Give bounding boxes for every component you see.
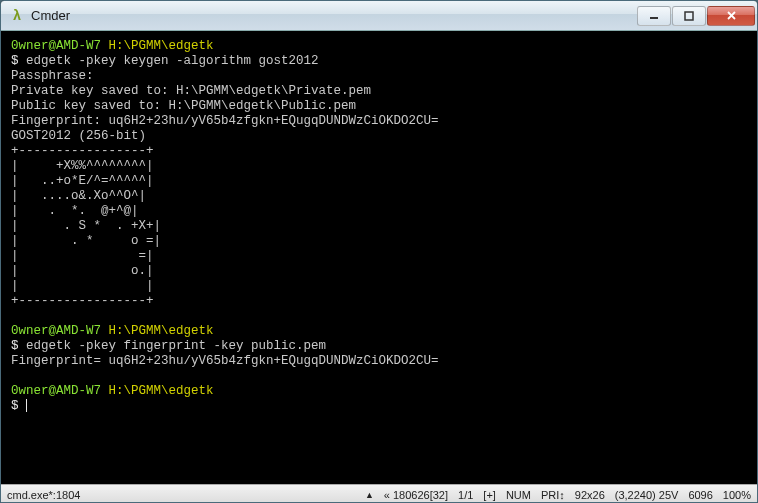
minimize-button[interactable] <box>637 6 671 26</box>
prompt-symbol: $ <box>11 54 26 68</box>
ascii-art-line: | =| <box>11 249 154 263</box>
app-window: λ Cmder 0wner@AMD-W7 H:\PGMM\edgetk $ ed… <box>0 0 758 503</box>
output-line: GOST2012 (256-bit) <box>11 129 146 143</box>
ascii-art-line: +-----------------+ <box>11 144 154 158</box>
prompt-path: H:\PGMM\edgetk <box>109 324 214 338</box>
status-segment: [+] <box>483 489 496 501</box>
prompt-user: 0wner@AMD-W7 <box>11 384 101 398</box>
prompt-user: 0wner@AMD-W7 <box>11 324 101 338</box>
command-line: edgetk -pkey fingerprint -key public.pem <box>26 339 326 353</box>
status-bar: cmd.exe*:1804 ▲ « 180626[32] 1/1 [+] NUM… <box>1 484 757 503</box>
status-segment: 100% <box>723 489 751 501</box>
output-line: Fingerprint= uq6H2+23hu/yV65b4zfgkn+EQug… <box>11 354 439 368</box>
output-line: Fingerprint: uq6H2+23hu/yV65b4zfgkn+EQug… <box>11 114 439 128</box>
text-cursor <box>26 399 27 412</box>
status-segment: (3,2240) 25V <box>615 489 679 501</box>
window-controls <box>636 6 755 26</box>
status-segment: « 180626[32] <box>384 489 448 501</box>
output-line: Private key saved to: H:\PGMM\edgetk\Pri… <box>11 84 371 98</box>
prompt-symbol: $ <box>11 399 26 413</box>
prompt-symbol: $ <box>11 339 26 353</box>
close-button[interactable] <box>707 6 755 26</box>
ascii-art-line: | ..+o*E/^=^^^^^| <box>11 174 154 188</box>
scroll-up-icon[interactable]: ▲ <box>365 490 374 500</box>
app-icon: λ <box>9 8 25 24</box>
output-line: Passphrase: <box>11 69 94 83</box>
ascii-art-line: | | <box>11 279 154 293</box>
ascii-art-line: | o.| <box>11 264 154 278</box>
prompt-path: H:\PGMM\edgetk <box>109 384 214 398</box>
terminal-area[interactable]: 0wner@AMD-W7 H:\PGMM\edgetk $ edgetk -pk… <box>1 31 757 484</box>
ascii-art-line: | . * o =| <box>11 234 161 248</box>
prompt-user: 0wner@AMD-W7 <box>11 39 101 53</box>
titlebar[interactable]: λ Cmder <box>1 1 757 31</box>
status-segment: 1/1 <box>458 489 473 501</box>
status-tab[interactable]: cmd.exe*:1804 <box>7 489 80 501</box>
status-segment: 6096 <box>688 489 712 501</box>
command-line: edgetk -pkey keygen -algorithm gost2012 <box>26 54 319 68</box>
status-segment: NUM <box>506 489 531 501</box>
minimize-icon <box>649 11 659 21</box>
output-line: Public key saved to: H:\PGMM\edgetk\Publ… <box>11 99 356 113</box>
close-icon <box>726 10 737 21</box>
ascii-art-line: | . *. @+^@| <box>11 204 139 218</box>
ascii-art-line: +-----------------+ <box>11 294 154 308</box>
window-title: Cmder <box>31 8 636 23</box>
ascii-art-line: | . S * . +X+| <box>11 219 161 233</box>
maximize-icon <box>684 11 694 21</box>
prompt-path: H:\PGMM\edgetk <box>109 39 214 53</box>
status-segment: 92x26 <box>575 489 605 501</box>
svg-rect-1 <box>685 12 693 20</box>
ascii-art-line: | +X%%^^^^^^^^| <box>11 159 154 173</box>
maximize-button[interactable] <box>672 6 706 26</box>
ascii-art-line: | ....o&.Xo^^O^| <box>11 189 146 203</box>
status-segment: PRI↕ <box>541 489 565 501</box>
